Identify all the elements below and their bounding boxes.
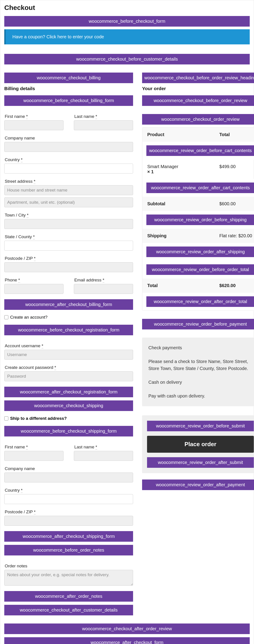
order-heading: Your order (142, 86, 254, 91)
billing-street2-input[interactable] (4, 198, 133, 207)
subtotal-label: Subtotal (142, 197, 214, 211)
hook-after-customer-details: woocommerce_checkout_after_customer_deta… (4, 605, 133, 616)
label-first-name: First name * (4, 114, 63, 119)
shipping-label: Shipping (142, 229, 214, 243)
billing-phone-input[interactable] (4, 284, 63, 294)
place-order-button[interactable]: Place order (147, 436, 254, 453)
billing-last-name-input[interactable] (74, 120, 133, 130)
order-review-table: Product Total woocommerce_review_order_b… (142, 127, 254, 311)
hook-after-submit: woocommerce_review_order_after_submit (147, 457, 254, 468)
hook-before-order-notes: woocommerce_before_order_notes (4, 545, 133, 556)
label-town: Town / City * (4, 213, 133, 218)
label-ship-postcode: Postcode / ZIP * (4, 510, 133, 514)
hook-before-customer-details: woocommerce_checkout_before_customer_det… (4, 54, 250, 64)
label-ship-company: Company name (4, 466, 133, 471)
label-account-password: Create account password * (4, 365, 133, 370)
hook-after-order-notes: woocommerce_after_order_notes (4, 591, 133, 602)
label-state: State / County * (4, 234, 133, 239)
hook-before-cart-contents: woocommerce_review_order_before_cart_con… (146, 145, 254, 156)
label-street: Street address * (4, 179, 133, 184)
label-order-notes: Order notes (4, 564, 133, 568)
billing-first-name-input[interactable] (4, 120, 63, 130)
col-product: Product (142, 128, 214, 142)
ship-different-checkbox[interactable] (4, 416, 8, 420)
hook-before-registration: woocommerce_before_checkout_registration… (4, 325, 133, 335)
label-postcode: Postcode / ZIP * (4, 256, 133, 261)
page-title: Checkout (4, 4, 250, 12)
col-total: Total (214, 128, 254, 142)
hook-after-shipping-form: woocommerce_after_checkout_shipping_form (4, 531, 133, 542)
hook-checkout-billing: woocommerce_checkout_billing (4, 72, 133, 83)
subtotal-value: $600.00 (214, 197, 254, 211)
hook-order-review: woocommerce_checkout_order_review (142, 114, 254, 124)
hook-before-order-review: woocommerce_checkout_before_order_review (142, 95, 254, 106)
label-email: Email address * (74, 278, 133, 282)
order-notes-input[interactable] (4, 570, 133, 586)
billing-town-input[interactable] (4, 219, 133, 229)
billing-postcode-input[interactable] (4, 262, 133, 272)
payment-check-title[interactable]: Check payments (148, 344, 253, 351)
hook-before-total: woocommerce_review_order_before_order_to… (146, 264, 254, 275)
label-last-name: Last name * (74, 114, 133, 119)
payment-check-desc: Please send a check to Store Name, Store… (148, 358, 253, 372)
create-account-checkbox[interactable] (4, 315, 8, 319)
billing-country-input[interactable] (4, 164, 133, 174)
hook-before-payment: woocommerce_review_order_before_payment (142, 319, 254, 330)
label-create-account: Create an account? (10, 315, 47, 320)
hook-after-registration: woocommerce_after_checkout_registration_… (4, 387, 133, 397)
hook-before-order-review-heading: woocommerce_checkout_before_order_review… (142, 72, 254, 83)
shipping-value: Flat rate: $20.00 (214, 229, 254, 243)
coupon-notice[interactable]: Have a coupon? Click here to enter your … (4, 29, 250, 44)
hook-after-cart-contents: woocommerce_review_order_after_cart_cont… (146, 182, 254, 193)
payment-cod-title[interactable]: Cash on delivery (148, 379, 253, 386)
hook-before-shipping-form: woocommerce_before_checkout_shipping_for… (4, 426, 133, 436)
payment-cod-desc: Pay with cash upon delivery. (148, 392, 253, 400)
hook-after-billing-form: woocommerce_after_checkout_billing_form (4, 299, 133, 310)
total-value: $620.00 (214, 278, 254, 293)
hook-before-billing-form: woocommerce_before_checkout_billing_form (4, 95, 133, 106)
label-account-username: Account username * (4, 344, 133, 348)
label-ship-last-name: Last name * (74, 444, 133, 450)
label-phone: Phone * (4, 278, 63, 282)
account-password-input[interactable] (4, 371, 133, 381)
shipping-postcode-input[interactable] (4, 516, 133, 526)
billing-heading: Billing details (4, 86, 133, 91)
label-ship-first-name: First name * (4, 444, 63, 450)
label-ship-country: Country * (4, 488, 133, 493)
shipping-first-name-input[interactable] (4, 451, 63, 461)
hook-after-total: woocommerce_review_order_after_order_tot… (146, 296, 254, 307)
shipping-last-name-input[interactable] (74, 451, 133, 461)
billing-state-input[interactable] (4, 241, 133, 250)
label-ship-different: Ship to a different address? (10, 416, 67, 421)
hook-after-shipping: woocommerce_review_order_after_shipping (146, 246, 254, 257)
shipping-company-input[interactable] (4, 472, 133, 482)
billing-company-input[interactable] (4, 142, 133, 152)
hook-before-submit: woocommerce_review_order_before_submit (147, 421, 254, 431)
cart-item-price: $499.00 (214, 160, 254, 179)
cart-item-name: Smart Manager × 1 (142, 160, 214, 179)
payment-methods-box: Check payments Please send a check to St… (142, 338, 254, 406)
shipping-country-input[interactable] (4, 494, 133, 504)
hook-before-checkout-form: woocommerce_before_checkout_form (4, 16, 250, 26)
label-country: Country * (4, 157, 133, 162)
submit-box: woocommerce_review_order_before_submit P… (142, 415, 254, 473)
account-username-input[interactable] (4, 350, 133, 360)
hook-after-checkout-form: woocommerce_after_checkout_form (4, 637, 250, 644)
billing-street1-input[interactable] (4, 185, 133, 195)
hook-after-order-review: woocommerce_checkout_after_order_review (4, 624, 250, 634)
billing-email-input[interactable] (74, 284, 133, 294)
hook-checkout-shipping: woocommerce_checkout_shipping (4, 400, 133, 411)
hook-after-payment: woocommerce_review_order_after_payment (142, 480, 254, 490)
total-label: Total (142, 278, 214, 293)
hook-before-shipping: woocommerce_review_order_before_shipping (146, 214, 254, 225)
label-company: Company name (4, 136, 133, 140)
